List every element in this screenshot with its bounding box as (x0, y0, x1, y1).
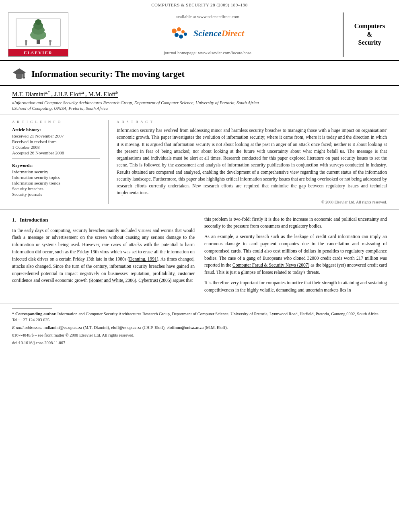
elsevier-label: ELSEVIER (8, 49, 68, 56)
section1-number: 1. (12, 217, 16, 223)
info-divider (12, 158, 100, 159)
body-right-para3: It is therefore very important for compa… (204, 279, 387, 294)
email-addresses: mdlamini@cs.up.ac.za (M.T. Dlamini), elo… (43, 325, 228, 330)
svg-point-11 (177, 27, 181, 31)
svg-rect-7 (25, 42, 27, 45)
svg-rect-9 (49, 42, 51, 45)
journal-name: Computers & Security (354, 22, 385, 47)
journal-citation-bar: COMPUTERS & SECURITY 28 (2009) 189–198 (0, 0, 399, 9)
section1-title: 1. Introduction (12, 216, 195, 224)
affiliation-a: aInformation and Computer Security Archi… (12, 100, 387, 105)
affiliation-b: bSchool of Computing, UNISA, Pretoria, S… (12, 106, 387, 111)
section1-title-text: Introduction (20, 217, 48, 223)
received-date: Received 21 November 2007 (12, 134, 100, 138)
sciencedirect-area: available at www.sciencedirect.com Scien… (76, 12, 339, 57)
accepted-date: Accepted 26 November 2008 (12, 150, 100, 155)
abstract-header: A B S T R A C T (117, 120, 387, 124)
svg-point-13 (175, 33, 179, 37)
svg-point-10 (172, 29, 177, 33)
sd-icon (171, 26, 191, 41)
body-right-para2: As an example, a security breach such as… (204, 233, 387, 276)
svg-point-15 (184, 33, 187, 36)
corresponding-label: * Corresponding author. (12, 312, 56, 316)
svg-rect-17 (23, 72, 25, 77)
author2-link[interactable]: , J.H.P. Eloffa (51, 91, 86, 98)
authors-line: M.T. Dlaminia,* , J.H.P. Eloffa , M.M. E… (12, 90, 387, 98)
history-label: Article history: (12, 127, 100, 132)
issn-note: 0167-4048/$ – see front matter © 2008 El… (12, 332, 387, 339)
journal-citation: COMPUTERS & SECURITY 28 (2009) 189–198 (151, 2, 248, 7)
article-info-header: A R T I C L E I N F O (12, 120, 100, 124)
revised-date: 1 October 2008 (12, 145, 100, 150)
svg-point-6 (25, 40, 27, 42)
journal-homepage: journal homepage: www.elsevier.com/locat… (76, 48, 339, 55)
journal-name-area: Computers & Security (343, 12, 391, 57)
keyword-5: Security journals (12, 192, 100, 197)
cfsnews-ref[interactable]: Computer Fraud & Security News (2007) (232, 263, 309, 268)
author3-link[interactable]: , M.M. Eloffb (85, 91, 118, 98)
denning-ref[interactable]: Denning, 1991 (129, 257, 157, 262)
keywords-label: Keywords: (12, 163, 100, 168)
doi-note: doi:10.1016/j.cose.2008.11.007 (12, 340, 387, 346)
corresponding-author-note: * Corresponding author. Information and … (12, 311, 387, 324)
article-title-section: Information security: The moving target (0, 61, 399, 86)
abstract-column: A B S T R A C T Information security has… (109, 120, 387, 204)
article-info-abstract-section: A R T I C L E I N F O Article history: R… (0, 115, 399, 210)
keyword-4: Security breaches (12, 186, 100, 191)
available-at-text: available at www.sciencedirect.com (176, 14, 239, 19)
email-label: E-mail addresses: (12, 325, 43, 330)
body-two-columns: 1. Introduction In the early days of com… (12, 216, 387, 297)
article-info-column: A R T I C L E I N F O Article history: R… (12, 120, 109, 204)
mortarboard-icon (12, 67, 27, 81)
keywords-section: Keywords: Information security Informati… (12, 163, 100, 197)
keyword-2: Information security topics (12, 175, 100, 180)
footnote-section: * Corresponding author. Information and … (0, 304, 399, 351)
body-left-column: 1. Introduction In the early days of com… (12, 216, 195, 297)
svg-point-8 (49, 40, 51, 42)
keyword-3: Information security trends (12, 181, 100, 185)
footnote-rule (12, 308, 52, 308)
sd-text: ScienceDirect (193, 28, 244, 39)
romer-ref[interactable]: Romer and White, 2006 (90, 278, 134, 283)
body-left-para1: In the early days of computing, security… (12, 227, 195, 285)
author1-link[interactable]: M.T. Dlaminia,* (12, 91, 51, 98)
svg-point-5 (35, 19, 41, 25)
body-right-column: this problem is two-fold: firstly it is … (204, 216, 387, 297)
svg-point-14 (179, 35, 183, 39)
body-right-para1: this problem is two-fold: firstly it is … (204, 216, 387, 230)
journal-header: ELSEVIER available at www.sciencedirect.… (0, 9, 399, 61)
svg-point-12 (181, 30, 185, 33)
article-title: Information security: The moving target (31, 69, 185, 79)
body-content: 1. Introduction In the early days of com… (0, 210, 399, 304)
copyright-line: © 2008 Elsevier Ltd. All rights reserved… (117, 200, 387, 204)
cybertrust-ref[interactable]: Cybertrust (2005) (138, 278, 171, 283)
elsevier-logo: ELSEVIER (8, 12, 68, 57)
svg-point-18 (23, 77, 25, 79)
revised-label: Received in revised form (12, 139, 100, 144)
publisher-logo-area: ELSEVIER (8, 12, 72, 57)
email2-link[interactable]: eloff@cs.up.ac.za (111, 325, 141, 330)
elsevier-tree-icon (14, 17, 62, 49)
sciencedirect-logo: ScienceDirect (171, 26, 244, 41)
email1-link[interactable]: mdlamini@cs.up.ac.za (43, 325, 82, 330)
authors-section: M.T. Dlaminia,* , J.H.P. Eloffa , M.M. E… (0, 86, 399, 115)
corresponding-text: Information and Computer Security Archit… (12, 312, 380, 322)
abstract-text: Information security has evolved from ad… (117, 127, 387, 197)
keyword-1: Information security (12, 169, 100, 174)
email-note: E-mail addresses: mdlamini@cs.up.ac.za (… (12, 325, 387, 331)
email3-link[interactable]: eloffmm@unisa.ac.za (167, 325, 204, 330)
